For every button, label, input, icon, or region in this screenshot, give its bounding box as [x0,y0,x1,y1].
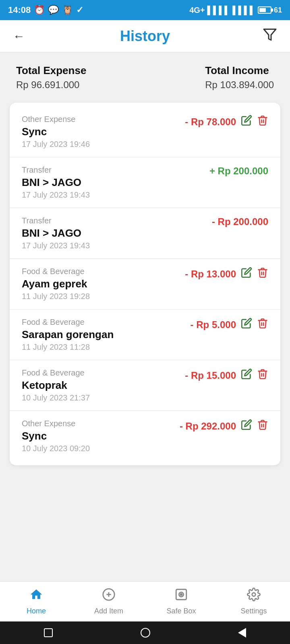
status-time: 14:08 [8,5,31,15]
transaction-right: - Rp 13.000 [185,267,268,281]
signal-icon: ▌▌▌▌ [207,6,230,15]
header: ← History [0,20,290,52]
battery-fill [259,8,266,12]
transaction-right: - Rp 78.000 [185,115,268,129]
transaction-right: + Rp 200.000 [209,165,268,177]
settings-icon [247,588,261,601]
transaction-right: - Rp 292.000 [180,419,268,433]
nav-icon-home [29,588,43,605]
status-bar: 14:08 ⏰ 💬 🦉 ✓ 4G+ ▌▌▌▌ ▌▌▌▌ 61 [0,0,290,20]
filter-icon [263,27,277,42]
android-home-button[interactable] [141,628,150,638]
check-icon: ✓ [76,5,83,15]
bottom-nav: Home Add Item Safe Box Settings [0,581,290,621]
delete-icon[interactable] [257,115,268,129]
nav-item-add[interactable]: Add Item [72,584,145,619]
transaction-date: 17 July 2023 19:46 [22,140,185,149]
nav-label-safebox: Safe Box [166,607,196,615]
nav-item-safebox[interactable]: Safe Box [145,584,218,619]
transaction-name: Ketoprak [22,379,185,392]
transaction-item: Food & Beverage Ketoprak 10 July 2023 21… [10,360,280,411]
status-bar-left: 14:08 ⏰ 💬 🦉 ✓ [8,5,83,15]
transaction-name: Sarapan gorengan [22,328,191,341]
nav-icon-settings [247,588,261,605]
edit-icon[interactable] [241,368,252,382]
transaction-category: Transfer [22,216,212,225]
signal2-icon: ▌▌▌▌ [232,6,255,15]
transaction-right: - Rp 200.000 [212,216,268,227]
transaction-left: Food & Beverage Ketoprak 10 July 2023 21… [22,368,185,402]
transaction-right: - Rp 15.000 [185,368,268,382]
income-value: Rp 103.894.000 [205,79,274,91]
transaction-left: Food & Beverage Sarapan gorengan 11 July… [22,318,191,352]
transaction-date: 17 July 2023 19:43 [22,190,209,200]
emoji-icon: 🦉 [62,5,73,15]
transaction-left: Food & Beverage Ayam geprek 11 July 2023… [22,267,185,301]
transaction-item: Other Expense Sync 10 July 2023 09:20 - … [10,411,280,461]
add-icon [102,588,116,601]
transaction-item: Transfer BNI > JAGO 17 July 2023 19:43 -… [10,208,280,259]
status-bar-right: 4G+ ▌▌▌▌ ▌▌▌▌ 61 [189,6,282,15]
transaction-left: Other Expense Sync 10 July 2023 09:20 [22,419,180,453]
expense-label: Total Expense [16,64,86,77]
transaction-name: Ayam geprek [22,278,185,290]
transaction-right: - Rp 5.000 [191,318,268,332]
transaction-amount: - Rp 78.000 [185,116,236,128]
transaction-item: Food & Beverage Sarapan gorengan 11 July… [10,310,280,360]
delete-icon[interactable] [257,368,268,382]
expense-value: Rp 96.691.000 [16,79,86,91]
filter-button[interactable] [259,24,280,48]
battery-icon [258,6,271,14]
transaction-name: BNI > JAGO [22,176,209,189]
transaction-date: 10 July 2023 21:37 [22,393,185,402]
total-income-block: Total Income Rp 103.894.000 [205,64,274,91]
transactions-card: Other Expense Sync 17 July 2023 19:46 - … [10,103,280,465]
edit-icon[interactable] [241,115,252,129]
transaction-date: 11 July 2023 19:28 [22,292,185,301]
page-title: History [120,28,170,45]
transaction-date: 10 July 2023 09:20 [22,444,180,453]
safebox-icon [174,588,188,601]
alarm-icon: ⏰ [34,5,45,15]
android-nav-bar [0,621,290,644]
transaction-left: Transfer BNI > JAGO 17 July 2023 19:43 [22,165,209,200]
nav-label-add: Add Item [94,607,123,615]
income-label: Total Income [205,64,274,77]
total-expense-block: Total Expense Rp 96.691.000 [16,64,86,91]
android-back-button[interactable] [238,628,246,638]
transaction-name: BNI > JAGO [22,227,212,239]
transaction-date: 11 July 2023 11:28 [22,343,191,352]
edit-icon[interactable] [241,419,252,433]
nav-label-home: Home [27,607,46,615]
transaction-amount: - Rp 13.000 [185,268,236,280]
delete-icon[interactable] [257,318,268,332]
transaction-left: Transfer BNI > JAGO 17 July 2023 19:43 [22,216,212,250]
delete-icon[interactable] [257,267,268,281]
nav-item-settings[interactable]: Settings [218,584,290,619]
svg-marker-0 [264,29,276,40]
transaction-category: Transfer [22,165,209,175]
nav-icon-add [102,588,116,605]
nav-label-settings: Settings [240,607,267,615]
edit-icon[interactable] [241,318,252,332]
home-icon [29,588,43,601]
whatsapp-icon: 💬 [48,5,59,15]
transaction-category: Food & Beverage [22,368,185,378]
transaction-category: Food & Beverage [22,318,191,327]
battery-percent: 61 [274,6,282,14]
transaction-category: Other Expense [22,419,180,428]
edit-icon[interactable] [241,267,252,281]
transaction-amount: - Rp 292.000 [180,421,236,432]
transaction-item: Transfer BNI > JAGO 17 July 2023 19:43 +… [10,157,280,208]
transaction-name: Sync [22,430,180,442]
back-button[interactable]: ← [10,26,28,46]
transaction-item: Other Expense Sync 17 July 2023 19:46 - … [10,107,280,157]
delete-icon[interactable] [257,419,268,433]
transaction-amount: - Rp 15.000 [185,370,236,381]
nav-item-home[interactable]: Home [0,584,72,619]
transaction-item: Food & Beverage Ayam geprek 11 July 2023… [10,259,280,310]
android-recent-button[interactable] [44,628,53,637]
transaction-category: Other Expense [22,115,185,124]
transaction-name: Sync [22,126,185,138]
transaction-amount: - Rp 200.000 [212,216,268,227]
